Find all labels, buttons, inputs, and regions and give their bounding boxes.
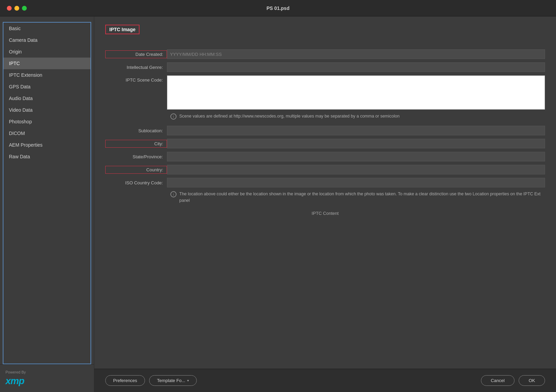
scene-info-text: Scene values are defined at http://www.n… xyxy=(179,113,545,120)
sublocation-input[interactable] xyxy=(167,126,545,135)
sidebar-item-iptc[interactable]: IPTC xyxy=(3,58,90,69)
powered-by-label: Powered By xyxy=(5,370,26,374)
iptc-scene-code-label: IPTC Scene Code: xyxy=(105,75,167,83)
cancel-button[interactable]: Cancel xyxy=(481,375,515,386)
country-label: Country: xyxy=(105,166,167,174)
maximize-button[interactable] xyxy=(22,6,27,11)
bottom-bar: Preferences Template Fo... ▾ Cancel OK xyxy=(94,369,556,392)
sidebar-item-origin[interactable]: Origin xyxy=(3,46,90,58)
sidebar-item-basic[interactable]: Basic xyxy=(3,23,90,34)
iptc-scene-code-textarea[interactable] xyxy=(167,75,545,110)
sidebar-item-audio-data[interactable]: Audio Data xyxy=(3,93,90,104)
sidebar-item-photoshop[interactable]: Photoshop xyxy=(3,116,90,127)
minimize-button[interactable] xyxy=(14,6,19,11)
titlebar: PS 01.psd xyxy=(0,0,556,16)
sidebar-footer: Powered By xmp xyxy=(0,364,94,392)
preferences-button[interactable]: Preferences xyxy=(105,375,145,386)
location-info-icon: i xyxy=(170,191,177,197)
date-created-input[interactable] xyxy=(167,49,545,59)
content-area: IPTC Image Date Created: Intellectual Ge… xyxy=(94,16,556,392)
sublocation-label: Sublocation: xyxy=(105,128,167,133)
next-section-label: IPTC Content xyxy=(105,211,545,216)
date-created-row: Date Created: xyxy=(105,49,545,59)
sidebar-item-iptc-extension[interactable]: IPTC Extension xyxy=(3,69,90,81)
country-input[interactable] xyxy=(167,165,545,174)
state-province-row: State/Province: xyxy=(105,152,545,161)
sidebar-item-video-data[interactable]: Video Data xyxy=(3,104,90,116)
sidebar-item-aem-properties[interactable]: AEM Properties xyxy=(3,139,90,151)
sidebar-item-dicom[interactable]: DICOM xyxy=(3,127,90,139)
section-heading: IPTC Image xyxy=(105,25,140,34)
intellectual-genre-row: Intellectual Genre: xyxy=(105,62,545,72)
state-province-input[interactable] xyxy=(167,152,545,161)
main-layout: Basic Camera Data Origin IPTC IPTC Exten… xyxy=(0,16,556,392)
ok-button[interactable]: OK xyxy=(519,375,545,386)
scene-info-icon: i xyxy=(170,113,177,120)
iso-country-code-input[interactable] xyxy=(167,178,545,187)
xmp-logo: xmp xyxy=(5,376,24,387)
iso-country-code-label: ISO Country Code: xyxy=(105,180,167,185)
city-label: City: xyxy=(105,140,167,148)
date-created-label: Date Created: xyxy=(105,50,167,58)
sidebar-item-raw-data[interactable]: Raw Data xyxy=(3,151,90,162)
intellectual-genre-input[interactable] xyxy=(167,62,545,72)
sidebar-border-box: Basic Camera Data Origin IPTC IPTC Exten… xyxy=(3,22,91,364)
window-controls xyxy=(7,6,27,11)
window-title: PS 01.psd xyxy=(267,5,290,11)
city-input[interactable] xyxy=(167,139,545,148)
close-button[interactable] xyxy=(7,6,12,11)
iptc-scene-code-row: IPTC Scene Code: xyxy=(105,75,545,110)
city-row: City: xyxy=(105,139,545,148)
sublocation-row: Sublocation: xyxy=(105,126,545,135)
sidebar-item-gps-data[interactable]: GPS Data xyxy=(3,81,90,93)
state-province-label: State/Province: xyxy=(105,154,167,159)
sidebar: Basic Camera Data Origin IPTC IPTC Exten… xyxy=(0,16,94,392)
iso-country-code-row: ISO Country Code: xyxy=(105,178,545,187)
sidebar-item-camera-data[interactable]: Camera Data xyxy=(3,34,90,46)
intellectual-genre-label: Intellectual Genre: xyxy=(105,65,167,70)
location-info-row: i The location above could either be the… xyxy=(170,191,545,204)
scene-info-row: i Scene values are defined at http://www… xyxy=(170,113,545,120)
chevron-down-icon: ▾ xyxy=(187,379,189,382)
country-row: Country: xyxy=(105,165,545,174)
location-info-text: The location above could either be the l… xyxy=(179,191,545,204)
template-dropdown-button[interactable]: Template Fo... ▾ xyxy=(149,375,197,386)
content-scroll[interactable]: IPTC Image Date Created: Intellectual Ge… xyxy=(94,16,556,369)
sidebar-items: Basic Camera Data Origin IPTC IPTC Exten… xyxy=(3,23,90,162)
